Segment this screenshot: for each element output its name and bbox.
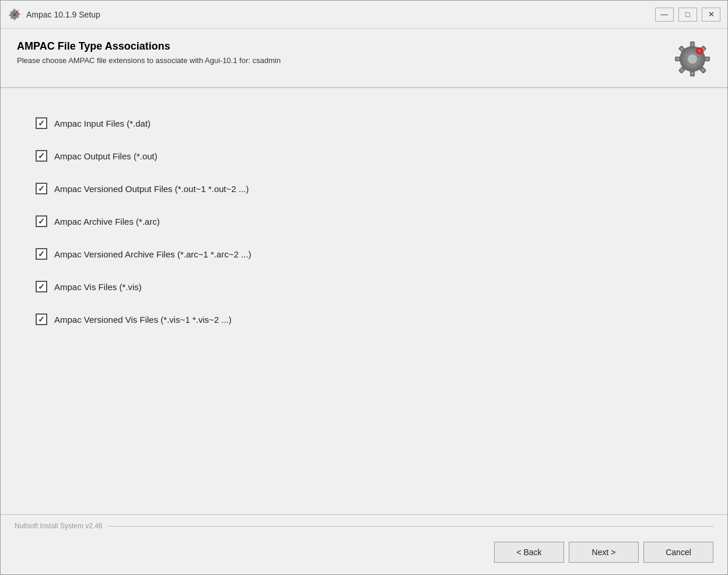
maximize-button[interactable]: □	[678, 8, 697, 22]
checkbox-box-cb7[interactable]	[36, 313, 47, 325]
checkbox-box-cb4[interactable]	[36, 215, 47, 227]
content-area: Ampac Input Files (*.dat)Ampac Output Fi…	[1, 88, 727, 514]
title-bar-icon	[8, 8, 22, 22]
checkbox-box-cb5[interactable]	[36, 248, 47, 260]
footer: Nullsoft Install System v2.46 < Back Nex…	[1, 514, 727, 574]
button-row: < Back Next > Cancel	[15, 537, 713, 567]
header-logo-icon	[674, 40, 711, 78]
svg-point-2	[16, 11, 18, 13]
header-subtitle: Please choose AMPAC file extensions to a…	[17, 56, 674, 65]
checkbox-item-cb4[interactable]: Ampac Archive Files (*.arc)	[36, 205, 692, 238]
checkbox-label-cb6: Ampac Vis Files (*.vis)	[54, 282, 142, 292]
svg-point-1	[13, 13, 16, 16]
checkbox-item-cb7[interactable]: Ampac Versioned Vis Files (*.vis~1 *.vis…	[36, 303, 692, 336]
checkbox-label-cb2: Ampac Output Files (*.out)	[54, 151, 158, 161]
title-bar: Ampac 10.1.9 Setup — □ ✕	[1, 1, 727, 29]
checkbox-item-cb6[interactable]: Ampac Vis Files (*.vis)	[36, 270, 692, 303]
checkbox-box-cb6[interactable]	[36, 281, 47, 292]
checkbox-label-cb5: Ampac Versioned Archive Files (*.arc~1 *…	[54, 249, 251, 259]
checkbox-item-cb3[interactable]: Ampac Versioned Output Files (*.out~1 *.…	[36, 172, 692, 205]
nullsoft-divider	[107, 526, 713, 527]
checkbox-item-cb5[interactable]: Ampac Versioned Archive Files (*.arc~1 *…	[36, 238, 692, 270]
checkbox-box-cb3[interactable]	[36, 183, 47, 194]
checkbox-item-cb2[interactable]: Ampac Output Files (*.out)	[36, 140, 692, 172]
close-button[interactable]: ✕	[702, 8, 720, 22]
checkbox-label-cb4: Ampac Archive Files (*.arc)	[54, 217, 160, 226]
back-button[interactable]: < Back	[494, 542, 564, 563]
svg-point-15	[698, 49, 701, 53]
title-bar-title: Ampac 10.1.9 Setup	[26, 10, 100, 19]
cancel-button[interactable]: Cancel	[643, 542, 713, 563]
checkbox-item-cb1[interactable]: Ampac Input Files (*.dat)	[36, 107, 692, 140]
setup-window: Ampac 10.1.9 Setup — □ ✕ AMPAC File Type…	[0, 0, 728, 575]
checkbox-label-cb3: Ampac Versioned Output Files (*.out~1 *.…	[54, 184, 249, 194]
title-bar-controls: — □ ✕	[655, 8, 720, 22]
header: AMPAC File Type Associations Please choo…	[1, 29, 727, 88]
checkbox-list: Ampac Input Files (*.dat)Ampac Output Fi…	[36, 107, 692, 336]
svg-point-13	[688, 54, 697, 64]
checkbox-box-cb2[interactable]	[36, 150, 47, 162]
next-button[interactable]: Next >	[569, 542, 639, 563]
header-text: AMPAC File Type Associations Please choo…	[17, 40, 674, 65]
header-title: AMPAC File Type Associations	[17, 40, 674, 53]
nullsoft-label: Nullsoft Install System v2.46	[15, 522, 103, 530]
minimize-button[interactable]: —	[655, 8, 674, 22]
checkbox-label-cb1: Ampac Input Files (*.dat)	[54, 119, 150, 128]
title-bar-left: Ampac 10.1.9 Setup	[8, 8, 100, 22]
checkbox-label-cb7: Ampac Versioned Vis Files (*.vis~1 *.vis…	[54, 315, 232, 325]
checkbox-box-cb1[interactable]	[36, 117, 47, 129]
nullsoft-info: Nullsoft Install System v2.46	[15, 522, 713, 530]
